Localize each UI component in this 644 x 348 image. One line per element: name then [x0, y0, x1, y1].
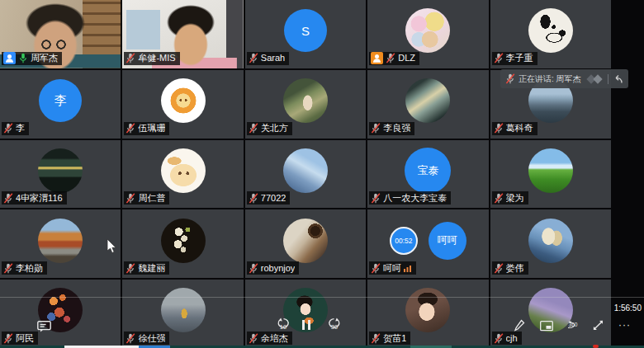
participant-name-label: 李: [2, 122, 29, 135]
participant-tile[interactable]: cjh: [490, 280, 611, 348]
participant-tile[interactable]: 余培杰: [245, 280, 366, 348]
participant-avatar: [38, 219, 83, 263]
participant-name-label: 牟健-MIS: [124, 52, 179, 65]
participant-name: 呵呵: [383, 262, 401, 275]
participant-avatar: [405, 78, 450, 123]
participant-name-label: 李柏勋: [2, 261, 47, 275]
expand-button[interactable]: [592, 319, 604, 332]
participant-name-label: 葛科奇: [492, 122, 537, 135]
participant-name: 余培杰: [261, 332, 288, 345]
pause-icon: [301, 319, 311, 331]
participant-tile[interactable]: 李柏勋: [0, 209, 121, 278]
participant-avatar: [38, 148, 83, 193]
more-options-button[interactable]: ···: [618, 319, 631, 331]
participant-tile[interactable]: 李李: [0, 70, 121, 139]
participant-tile[interactable]: 周军杰: [0, 0, 121, 68]
participant-name-label: 关北方: [247, 122, 292, 135]
participant-name: 李柏勋: [16, 262, 43, 275]
initial-avatar: 呵呵: [429, 222, 466, 260]
participant-tile[interactable]: 牟健-MIS: [122, 0, 243, 68]
participant-name: 牟健-MIS: [138, 52, 175, 64]
participant-name-label: 八一农大李宝泰: [369, 191, 451, 205]
participant-tile[interactable]: 伍珮珊: [122, 70, 243, 139]
participant-avatar: [528, 148, 573, 193]
participant-tile[interactable]: 4申家渭116: [0, 140, 121, 209]
participant-tile[interactable]: 宝泰八一农大李宝泰: [367, 140, 488, 209]
participant-tile[interactable]: SSarah: [245, 0, 366, 68]
muted-mic-icon: [3, 193, 13, 204]
participant-name: 徐仕强: [138, 332, 165, 345]
participant-tile[interactable]: robynjoy: [245, 209, 366, 278]
participant-name-label: 贺苗1: [369, 332, 410, 345]
timer-badge: 00:52: [390, 227, 418, 255]
rotate-360-button[interactable]: 360: [566, 320, 580, 332]
muted-mic-icon: [125, 53, 135, 63]
muted-mic-icon: [371, 123, 381, 134]
participant-name: 李良强: [383, 122, 410, 134]
participant-tile[interactable]: 娄伟: [490, 209, 611, 278]
participant-name: 阿民: [16, 332, 34, 345]
participant-name: DLZ: [398, 52, 415, 64]
participant-name: robynjoy: [261, 262, 296, 275]
participant-name: 李子重: [506, 52, 533, 64]
banner-divider: [608, 74, 608, 84]
muted-mic-icon: [125, 193, 135, 204]
participant-name: 4申家渭116: [16, 192, 63, 205]
svg-text:30: 30: [331, 323, 338, 331]
meeting-window: 周军杰牟健-MISSSarahDLZ李子重李李伍珮珊关北方李良强葛科奇4申家渭1…: [0, 0, 644, 348]
muted-mic-icon: [371, 333, 381, 344]
muted-mic-icon: [125, 333, 135, 344]
participant-tile[interactable]: 关北方: [245, 70, 366, 139]
network-signal-icon: [404, 264, 412, 272]
participant-avatar: [283, 148, 328, 193]
participant-name-label: robynjoy: [247, 261, 300, 275]
participant-tile[interactable]: 梁为: [490, 140, 611, 209]
participant-tile[interactable]: 贺苗1: [367, 280, 488, 348]
participant-tile[interactable]: 阿民: [0, 280, 121, 348]
muted-mic-icon: [249, 123, 258, 134]
forward-30-button[interactable]: 30: [325, 317, 343, 332]
participant-tile[interactable]: 77022: [245, 140, 366, 209]
initial-avatar: 宝泰: [405, 148, 451, 194]
participant-name: 贺苗1: [383, 332, 406, 345]
host-badge-icon: [3, 52, 16, 64]
overlay-divider-line: [0, 297, 644, 298]
participant-name: 八一农大李宝泰: [383, 192, 447, 205]
participant-name-label: 4申家渭116: [2, 191, 67, 205]
mouse-cursor: [107, 239, 117, 254]
reply-arrow-icon[interactable]: [612, 74, 623, 84]
participant-tile[interactable]: 00:52呵呵呵呵: [367, 209, 488, 278]
muted-mic-icon: [3, 123, 13, 134]
annotate-pencil-button[interactable]: [514, 319, 525, 332]
participant-tile[interactable]: 周仁普: [122, 140, 243, 209]
participant-name-label: 李良强: [369, 122, 414, 135]
participant-tile[interactable]: 徐仕强: [122, 280, 243, 348]
pause-button[interactable]: [301, 319, 311, 331]
participant-name: 周军杰: [31, 52, 58, 64]
participant-avatar: [528, 8, 573, 53]
participant-tile[interactable]: 魏建丽: [122, 209, 243, 278]
participant-name-label: 77022: [247, 191, 291, 205]
rewind-10-button[interactable]: 10: [274, 317, 292, 332]
co-host-badge-icon: [371, 52, 383, 64]
participant-tile[interactable]: 李良强: [367, 70, 488, 139]
participant-name-label: 娄伟: [492, 261, 528, 275]
right-strip: [611, 0, 644, 348]
speaking-banner-text: 正在讲话: 周军杰: [519, 73, 581, 85]
participant-avatar: [283, 219, 328, 263]
participant-avatar: [405, 288, 450, 332]
participant-name-label: 魏建丽: [124, 261, 169, 275]
muted-mic-icon: [249, 193, 258, 204]
playhead-marker: [593, 345, 599, 348]
participant-avatar: [161, 78, 206, 123]
participant-name: 梁为: [506, 192, 524, 205]
muted-mic-icon: [249, 333, 258, 344]
rotate-360-icon: 360: [566, 320, 580, 332]
participant-tile[interactable]: DLZ: [367, 0, 488, 68]
recording-timestamp: 1:56:50: [614, 303, 642, 313]
pip-button[interactable]: [540, 321, 553, 332]
participant-tile[interactable]: 李子重: [490, 0, 611, 68]
chat-button[interactable]: [36, 320, 51, 332]
muted-mic-icon: [494, 333, 504, 344]
timer-value: 00:52: [395, 237, 412, 245]
